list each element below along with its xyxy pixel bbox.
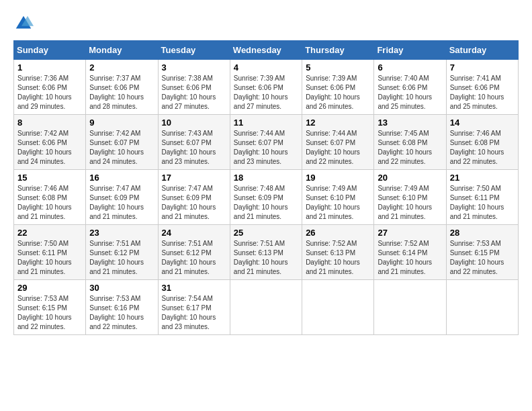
day-cell: 27Sunrise: 7:52 AM Sunset: 6:14 PM Dayli… [374, 225, 446, 280]
day-cell: 1Sunrise: 7:36 AM Sunset: 6:06 PM Daylig… [14, 60, 86, 115]
day-cell: 19Sunrise: 7:49 AM Sunset: 6:10 PM Dayli… [302, 170, 374, 225]
day-info: Sunrise: 7:52 AM Sunset: 6:13 PM Dayligh… [306, 239, 370, 277]
day-cell: 3Sunrise: 7:38 AM Sunset: 6:06 PM Daylig… [158, 60, 230, 115]
day-cell: 2Sunrise: 7:37 AM Sunset: 6:06 PM Daylig… [86, 60, 158, 115]
day-info: Sunrise: 7:37 AM Sunset: 6:06 PM Dayligh… [89, 74, 154, 111]
day-info: Sunrise: 7:36 AM Sunset: 6:06 PM Dayligh… [17, 74, 82, 111]
day-info: Sunrise: 7:50 AM Sunset: 6:11 PM Dayligh… [17, 239, 82, 277]
day-number: 10 [162, 118, 226, 128]
day-info: Sunrise: 7:43 AM Sunset: 6:07 PM Dayligh… [162, 129, 226, 167]
header-cell-sunday: Sunday [14, 41, 86, 60]
day-number: 2 [89, 62, 154, 73]
day-cell: 13Sunrise: 7:45 AM Sunset: 6:08 PM Dayli… [374, 115, 446, 170]
day-number: 11 [234, 118, 298, 128]
day-number: 8 [17, 118, 82, 128]
day-number: 23 [89, 228, 154, 238]
day-info: Sunrise: 7:49 AM Sunset: 6:10 PM Dayligh… [378, 184, 442, 222]
header-cell-friday: Friday [374, 41, 446, 60]
day-cell: 25Sunrise: 7:51 AM Sunset: 6:13 PM Dayli… [230, 225, 302, 280]
day-number: 29 [17, 283, 82, 293]
day-cell: 5Sunrise: 7:39 AM Sunset: 6:06 PM Daylig… [302, 60, 374, 115]
day-cell [446, 280, 518, 335]
day-info: Sunrise: 7:39 AM Sunset: 6:06 PM Dayligh… [234, 74, 298, 111]
day-info: Sunrise: 7:41 AM Sunset: 6:06 PM Dayligh… [450, 74, 515, 111]
day-number: 21 [450, 173, 515, 183]
day-info: Sunrise: 7:40 AM Sunset: 6:06 PM Dayligh… [378, 74, 442, 111]
day-number: 7 [450, 62, 515, 73]
day-cell [374, 280, 446, 335]
day-cell: 4Sunrise: 7:39 AM Sunset: 6:06 PM Daylig… [230, 60, 302, 115]
day-number: 4 [234, 62, 298, 73]
day-number: 20 [378, 173, 442, 183]
day-cell: 30Sunrise: 7:53 AM Sunset: 6:16 PM Dayli… [86, 280, 158, 335]
day-info: Sunrise: 7:52 AM Sunset: 6:14 PM Dayligh… [378, 239, 442, 277]
day-number: 18 [234, 173, 298, 183]
day-number: 3 [162, 62, 226, 73]
day-cell: 12Sunrise: 7:44 AM Sunset: 6:07 PM Dayli… [302, 115, 374, 170]
day-info: Sunrise: 7:49 AM Sunset: 6:10 PM Dayligh… [306, 184, 370, 222]
day-number: 9 [89, 118, 154, 128]
day-number: 30 [89, 283, 154, 293]
day-cell [230, 280, 302, 335]
day-info: Sunrise: 7:51 AM Sunset: 6:12 PM Dayligh… [162, 239, 226, 277]
day-cell: 31Sunrise: 7:54 AM Sunset: 6:17 PM Dayli… [158, 280, 230, 335]
day-cell: 21Sunrise: 7:50 AM Sunset: 6:11 PM Dayli… [446, 170, 518, 225]
day-number: 13 [378, 118, 442, 128]
day-number: 12 [306, 118, 370, 128]
day-info: Sunrise: 7:42 AM Sunset: 6:06 PM Dayligh… [17, 129, 82, 167]
header-cell-thursday: Thursday [302, 41, 374, 60]
day-cell: 18Sunrise: 7:48 AM Sunset: 6:09 PM Dayli… [230, 170, 302, 225]
logo [13, 13, 36, 34]
day-number: 26 [306, 228, 370, 238]
day-cell: 11Sunrise: 7:44 AM Sunset: 6:07 PM Dayli… [230, 115, 302, 170]
day-cell: 16Sunrise: 7:47 AM Sunset: 6:09 PM Dayli… [86, 170, 158, 225]
day-number: 15 [17, 173, 82, 183]
day-number: 22 [17, 228, 82, 238]
day-info: Sunrise: 7:53 AM Sunset: 6:15 PM Dayligh… [17, 294, 82, 332]
week-row-5: 29Sunrise: 7:53 AM Sunset: 6:15 PM Dayli… [14, 280, 519, 335]
logo-icon [13, 13, 34, 34]
day-info: Sunrise: 7:44 AM Sunset: 6:07 PM Dayligh… [306, 129, 370, 167]
day-cell: 29Sunrise: 7:53 AM Sunset: 6:15 PM Dayli… [14, 280, 86, 335]
day-info: Sunrise: 7:54 AM Sunset: 6:17 PM Dayligh… [162, 294, 226, 332]
day-number: 6 [378, 62, 442, 73]
day-info: Sunrise: 7:50 AM Sunset: 6:11 PM Dayligh… [450, 184, 515, 222]
day-number: 16 [89, 173, 154, 183]
day-info: Sunrise: 7:46 AM Sunset: 6:08 PM Dayligh… [17, 184, 82, 222]
day-cell: 10Sunrise: 7:43 AM Sunset: 6:07 PM Dayli… [158, 115, 230, 170]
day-info: Sunrise: 7:51 AM Sunset: 6:13 PM Dayligh… [234, 239, 298, 277]
header-cell-saturday: Saturday [446, 41, 518, 60]
day-info: Sunrise: 7:47 AM Sunset: 6:09 PM Dayligh… [162, 184, 226, 222]
day-number: 28 [450, 228, 515, 238]
day-info: Sunrise: 7:48 AM Sunset: 6:09 PM Dayligh… [234, 184, 298, 222]
day-info: Sunrise: 7:44 AM Sunset: 6:07 PM Dayligh… [234, 129, 298, 167]
day-info: Sunrise: 7:45 AM Sunset: 6:08 PM Dayligh… [378, 129, 442, 167]
week-row-2: 8Sunrise: 7:42 AM Sunset: 6:06 PM Daylig… [14, 115, 519, 170]
header-cell-wednesday: Wednesday [230, 41, 302, 60]
day-cell: 23Sunrise: 7:51 AM Sunset: 6:12 PM Dayli… [86, 225, 158, 280]
day-cell: 24Sunrise: 7:51 AM Sunset: 6:12 PM Dayli… [158, 225, 230, 280]
day-cell: 8Sunrise: 7:42 AM Sunset: 6:06 PM Daylig… [14, 115, 86, 170]
day-cell: 22Sunrise: 7:50 AM Sunset: 6:11 PM Dayli… [14, 225, 86, 280]
day-cell: 9Sunrise: 7:42 AM Sunset: 6:07 PM Daylig… [86, 115, 158, 170]
day-cell: 6Sunrise: 7:40 AM Sunset: 6:06 PM Daylig… [374, 60, 446, 115]
day-cell: 26Sunrise: 7:52 AM Sunset: 6:13 PM Dayli… [302, 225, 374, 280]
header [13, 13, 519, 34]
day-number: 31 [162, 283, 226, 293]
day-number: 19 [306, 173, 370, 183]
day-cell [302, 280, 374, 335]
day-cell: 20Sunrise: 7:49 AM Sunset: 6:10 PM Dayli… [374, 170, 446, 225]
week-row-4: 22Sunrise: 7:50 AM Sunset: 6:11 PM Dayli… [14, 225, 519, 280]
day-cell: 28Sunrise: 7:53 AM Sunset: 6:15 PM Dayli… [446, 225, 518, 280]
day-cell: 17Sunrise: 7:47 AM Sunset: 6:09 PM Dayli… [158, 170, 230, 225]
day-number: 25 [234, 228, 298, 238]
day-number: 27 [378, 228, 442, 238]
header-cell-tuesday: Tuesday [158, 41, 230, 60]
day-info: Sunrise: 7:46 AM Sunset: 6:08 PM Dayligh… [450, 129, 515, 167]
day-info: Sunrise: 7:53 AM Sunset: 6:16 PM Dayligh… [89, 294, 154, 332]
day-info: Sunrise: 7:53 AM Sunset: 6:15 PM Dayligh… [450, 239, 515, 277]
header-row: SundayMondayTuesdayWednesdayThursdayFrid… [14, 41, 519, 60]
day-info: Sunrise: 7:42 AM Sunset: 6:07 PM Dayligh… [89, 129, 154, 167]
calendar-table: SundayMondayTuesdayWednesdayThursdayFrid… [13, 40, 519, 335]
day-number: 5 [306, 62, 370, 73]
